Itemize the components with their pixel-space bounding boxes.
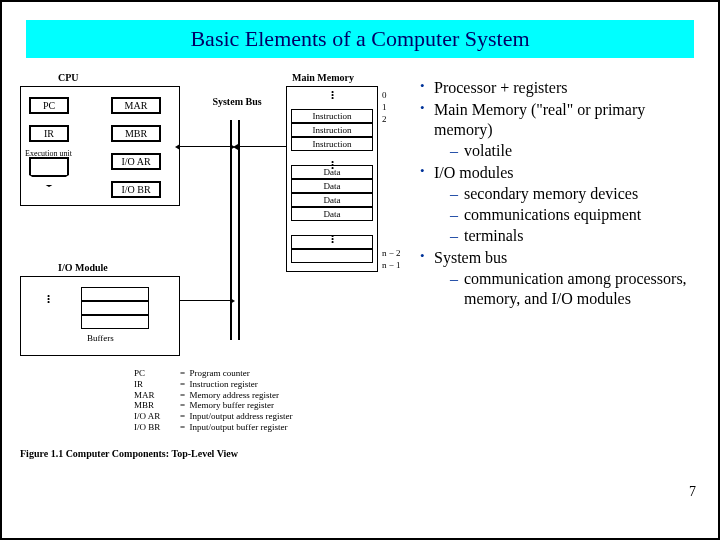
- reg-pc: PC: [29, 97, 69, 114]
- io-buffers: [81, 287, 149, 329]
- diagram-column: CPU PC MAR IR MBR I/O AR Execution unit …: [14, 66, 414, 382]
- bullet-item: Main Memory ("real" or primary memory)vo…: [420, 100, 706, 161]
- figure-caption: Figure 1.1 Computer Components: Top-Leve…: [20, 448, 238, 459]
- computer-diagram: CPU PC MAR IR MBR I/O AR Execution unit …: [14, 72, 404, 382]
- mem-cell: Data: [291, 207, 373, 221]
- bullet-item: System buscommunication among processors…: [420, 248, 706, 309]
- sub-bullet-item: communications equipment: [450, 205, 706, 225]
- reg-iobr: I/O BR: [111, 181, 161, 198]
- page-number: 7: [689, 484, 696, 500]
- system-bus-line-1: [230, 120, 232, 340]
- bus-connector-mem: [238, 146, 286, 147]
- sub-bullet-item: secondary memory devices: [450, 184, 706, 204]
- bus-connector-cpu: [180, 146, 230, 147]
- cpu-box: PC MAR IR MBR I/O AR Execution unit I/O …: [20, 86, 180, 206]
- sub-bullet-item: communication among processors, memory, …: [450, 269, 706, 309]
- mem-cell: Instruction: [291, 123, 373, 137]
- legend-row: I/O AR= Input/output address register: [134, 411, 293, 422]
- mem-index: 2: [382, 114, 387, 124]
- mem-index: n − 1: [382, 260, 401, 270]
- mem-index: 1: [382, 102, 387, 112]
- bullet-list: Processor + registersMain Memory ("real"…: [414, 78, 706, 309]
- bus-connector-io: [180, 300, 230, 301]
- legend-row: MBR= Memory buffer register: [134, 400, 293, 411]
- mem-index: 0: [382, 90, 387, 100]
- sub-bullet-item: volatile: [450, 141, 706, 161]
- main-memory-label: Main Memory: [292, 72, 354, 83]
- legend-row: I/O BR= Input/output buffer register: [134, 422, 293, 433]
- main-memory-box: ••• Instruction Instruction Instruction …: [286, 86, 378, 272]
- slide-title: Basic Elements of a Computer System: [26, 20, 694, 58]
- reg-ir: IR: [29, 125, 69, 142]
- reg-ioar: I/O AR: [111, 153, 161, 170]
- diagram-legend: PC= Program counterIR= Instruction regis…: [134, 368, 293, 433]
- reg-mar: MAR: [111, 97, 161, 114]
- mem-cell: Data: [291, 179, 373, 193]
- cpu-label: CPU: [58, 72, 79, 83]
- mem-index: n − 2: [382, 248, 401, 258]
- execution-unit-label: Execution unit: [25, 149, 72, 158]
- mem-cell: Instruction: [291, 137, 373, 151]
- bullet-item: Processor + registers: [420, 78, 706, 98]
- mem-cell: [291, 249, 373, 263]
- mem-cell: Instruction: [291, 109, 373, 123]
- legend-row: MAR= Memory address register: [134, 390, 293, 401]
- slide-content: CPU PC MAR IR MBR I/O AR Execution unit …: [2, 66, 718, 382]
- bullet-column: Processor + registersMain Memory ("real"…: [414, 66, 706, 382]
- io-module-box: ••• Buffers: [20, 276, 180, 356]
- mem-cell: Data: [291, 193, 373, 207]
- sub-bullet-item: terminals: [450, 226, 706, 246]
- system-bus-line-2: [238, 120, 240, 340]
- bullet-item: I/O modulessecondary memory devicescommu…: [420, 163, 706, 246]
- execution-unit-shape: [29, 157, 69, 175]
- system-bus-label: System Bus: [212, 96, 262, 107]
- io-module-label: I/O Module: [58, 262, 108, 273]
- legend-row: IR= Instruction register: [134, 379, 293, 390]
- io-buffers-label: Buffers: [87, 333, 114, 343]
- reg-mbr: MBR: [111, 125, 161, 142]
- legend-row: PC= Program counter: [134, 368, 293, 379]
